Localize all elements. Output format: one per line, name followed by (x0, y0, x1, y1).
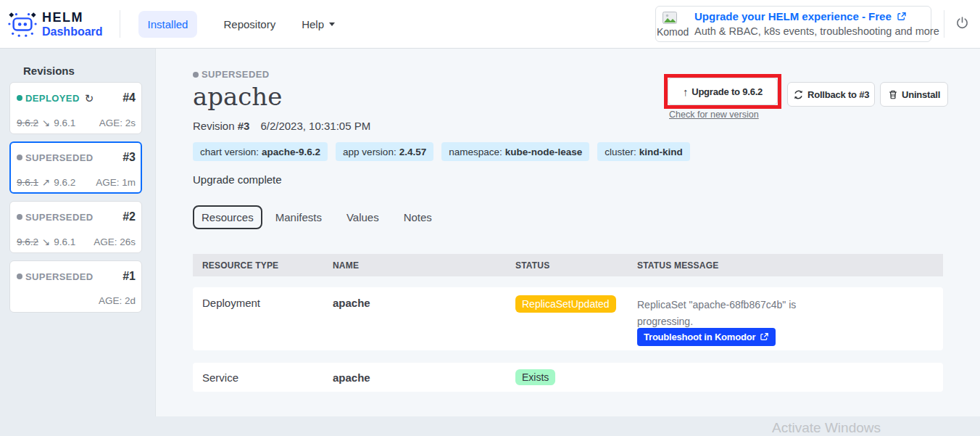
upgrade-button[interactable]: ↑ Upgrade to 9.6.2 (668, 78, 778, 105)
chevron-down-icon (329, 22, 335, 26)
table-row-service: Service apache Exists (193, 363, 943, 392)
logo-title: HELM (42, 11, 103, 24)
col-status: STATUS (515, 260, 637, 271)
release-detail-panel: SUPERSEDED apache Revision #3 6/2/2023, … (155, 49, 980, 416)
release-message: Upgrade complete (193, 173, 980, 186)
table-header: RESOURCE TYPE NAME STATUS STATUS MESSAGE (193, 254, 943, 276)
col-resource-type: RESOURCE TYPE (202, 260, 333, 271)
upgrade-arrow-icon: ↗ (42, 176, 50, 188)
release-date: 6/2/2023, 10:31:05 PM (260, 120, 370, 132)
status-message-line1: ReplicaSet "apache-68fb867c4b" is (637, 297, 943, 313)
troubleshoot-button[interactable]: Troubleshoot in Komodor (637, 328, 776, 346)
uninstall-button[interactable]: Uninstall (880, 82, 948, 107)
komodor-alt-text: Komodor (657, 26, 689, 38)
cluster-badge: cluster:kind-kind (597, 142, 690, 161)
banner-subtitle: Auth & RBAC, k8s events, troubleshooting… (694, 25, 925, 37)
revision-number: #1 (122, 270, 136, 283)
superseded-dot (17, 155, 22, 160)
revision-age: AGE: 26s (94, 236, 136, 247)
new-version: 9.6.2 (54, 177, 75, 188)
resource-name: apache (333, 297, 515, 350)
revision-number: #2 (122, 210, 136, 223)
deployed-dot (17, 95, 22, 101)
header-divider-left (120, 10, 120, 38)
sidebar-title: Revisions (23, 65, 155, 77)
resource-type: Deployment (202, 297, 333, 350)
komodor-broken-image: Komodor (657, 9, 689, 38)
revisions-sidebar: Revisions DEPLOYED ↻ #4 9.6.2 ↘ 9.6.1 AG… (0, 49, 155, 436)
helm-logo-icon (7, 9, 38, 38)
new-version: 9.6.1 (54, 236, 75, 247)
trash-icon (888, 89, 898, 100)
up-arrow-icon: ↑ (683, 86, 688, 98)
tab-values[interactable]: Values (335, 207, 391, 228)
table-row-deployment: Deployment apache ReplicaSetUpdated Repl… (193, 287, 943, 350)
revision-card-1[interactable]: SUPERSEDED #1 AGE: 2d (9, 260, 142, 313)
revision-age: AGE: 1m (96, 177, 136, 188)
status-badge-exists: Exists (515, 369, 555, 385)
rollback-icon (793, 89, 804, 100)
resource-name: apache (333, 371, 515, 384)
revision-number: #3 (122, 151, 136, 164)
header-divider-right (944, 10, 944, 38)
revision-status: SUPERSEDED (25, 271, 94, 282)
superseded-dot (17, 273, 22, 279)
col-name: NAME (333, 260, 515, 271)
namespace-badge: namespace:kube-node-lease (441, 142, 589, 161)
detail-tabs: Resources Manifests Values Notes (193, 205, 980, 229)
revision-age: AGE: 2s (99, 118, 136, 128)
helm-logo[interactable]: HELM Dashboard (7, 9, 103, 38)
tab-resources[interactable]: Resources (193, 205, 262, 229)
rollback-button[interactable]: Rollback to #3 (787, 82, 875, 107)
revision-label: Revision #3 (193, 120, 249, 132)
bottom-strip: Activate Windows (155, 416, 980, 436)
resource-type: Service (202, 371, 333, 384)
revision-card-2[interactable]: SUPERSEDED #2 9.6.2 ↘ 9.6.1 AGE: 26s (9, 201, 142, 253)
komodor-banner[interactable]: Komodor Upgrade your HELM experience - F… (655, 6, 931, 42)
old-version: 9.6.2 (17, 236, 38, 247)
revision-card-4[interactable]: DEPLOYED ↻ #4 9.6.2 ↘ 9.6.1 AGE: 2s (9, 82, 142, 134)
power-icon (955, 16, 969, 30)
chart-version-badge: chart version:apache-9.6.2 (193, 142, 328, 161)
tab-repository[interactable]: Repository (223, 18, 275, 30)
app-header: HELM Dashboard Installed Repository Help… (0, 0, 980, 49)
release-status-dot (193, 72, 199, 78)
downgrade-arrow-icon: ↘ (42, 117, 50, 128)
logo-subtitle: Dashboard (42, 26, 103, 38)
status-badge-replicasetupdated: ReplicaSetUpdated (515, 295, 616, 313)
tab-notes[interactable]: Notes (392, 207, 444, 228)
old-version: 9.6.1 (17, 177, 38, 188)
revision-age: AGE: 2d (99, 295, 136, 306)
revision-status: SUPERSEDED (25, 212, 94, 223)
revision-card-3[interactable]: SUPERSEDED #3 9.6.1 ↗ 9.6.2 AGE: 1m (9, 141, 142, 194)
tab-installed[interactable]: Installed (138, 11, 198, 38)
check-new-version-link[interactable]: Check for new version (669, 110, 759, 120)
superseded-dot (17, 214, 22, 220)
banner-title: Upgrade your HELM experience - Free (694, 10, 892, 22)
resources-table: RESOURCE TYPE NAME STATUS STATUS MESSAGE… (193, 254, 943, 392)
old-version: 9.6.2 (17, 118, 38, 128)
main-nav: Installed Repository Help (138, 11, 335, 38)
external-link-icon (897, 12, 907, 22)
power-button[interactable] (955, 16, 969, 33)
activate-windows-watermark: Activate Windows (772, 420, 881, 436)
reload-icon: ↻ (85, 93, 94, 104)
help-label: Help (302, 18, 324, 30)
broken-image-icon (663, 12, 677, 24)
menu-help[interactable]: Help (302, 18, 335, 30)
downgrade-arrow-icon: ↘ (42, 236, 50, 247)
release-status: SUPERSEDED (202, 69, 270, 80)
app-version-badge: app version:2.4.57 (336, 142, 433, 161)
annotation-highlight-box: ↑ Upgrade to 9.6.2 (664, 74, 781, 109)
revision-number: #4 (122, 91, 136, 104)
tab-manifests[interactable]: Manifests (264, 207, 333, 228)
revision-status: DEPLOYED (25, 93, 80, 104)
new-version: 9.6.1 (54, 118, 75, 128)
revision-status: SUPERSEDED (25, 152, 94, 163)
external-link-icon (760, 332, 769, 342)
col-status-message: STATUS MESSAGE (637, 260, 943, 271)
